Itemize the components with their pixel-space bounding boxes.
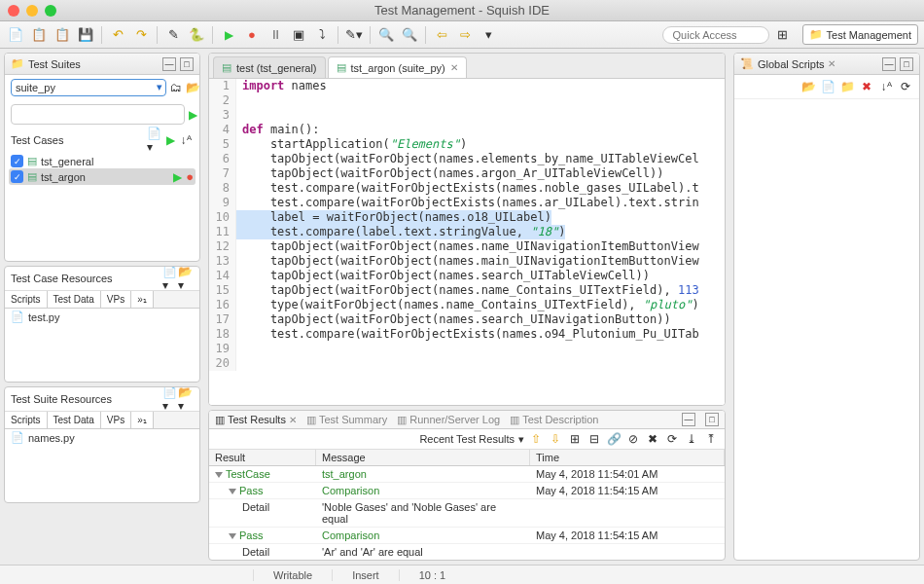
results-body: TestCase tst_argon May 4, 2018 11:54:01 … <box>209 466 725 560</box>
results-tab[interactable]: ▥Runner/Server Log <box>397 414 500 426</box>
suite-resource-file-label: names.py <box>28 432 75 444</box>
ref-icon[interactable]: ⟳ <box>664 431 680 447</box>
undo-icon[interactable]: ↶ <box>108 25 127 45</box>
results-tab[interactable]: ▥Test Results ✕ <box>215 414 297 426</box>
more-tabs-icon[interactable]: »₁ <box>131 291 154 308</box>
new-resource-icon[interactable]: 📄▾ <box>162 271 178 286</box>
minimize-results-icon[interactable]: — <box>682 413 695 426</box>
file-icon: ▤ <box>222 61 231 74</box>
folder-icon: 📁 <box>809 28 823 41</box>
expand-icon[interactable]: ⊞ <box>567 431 583 447</box>
new-case-icon[interactable]: 📄▾ <box>147 132 162 148</box>
script-icon: ▤ <box>27 155 37 167</box>
code-editor[interactable]: 1import names234def main():5 startApplic… <box>209 79 725 405</box>
filter-icon[interactable]: ⊘ <box>625 431 641 447</box>
nav-dropdown-icon[interactable]: ▾ <box>479 25 498 45</box>
redo-icon[interactable]: ↷ <box>131 25 151 45</box>
launch-icon[interactable]: ▣ <box>289 25 308 45</box>
minimize-view-icon[interactable]: — <box>882 57 896 71</box>
test-case-row[interactable]: ✓ ▤ tst_argon ▶ ● <box>9 168 195 185</box>
record-icon[interactable]: ● <box>186 169 194 184</box>
refresh-icon[interactable]: ⟳ <box>898 79 913 94</box>
nav-fwd-icon[interactable]: ⇨ <box>455 25 475 45</box>
highlight-icon[interactable]: ✎▾ <box>344 25 364 45</box>
paste-icon[interactable]: 📋 <box>53 25 72 45</box>
result-row[interactable]: Detail 'Ar' and 'Ar' are equal <box>209 544 725 560</box>
close-icon[interactable]: ✕ <box>450 62 458 73</box>
run-cases-icon[interactable]: ▶ <box>162 132 178 148</box>
suite-settings-icon[interactable]: 🗂 <box>170 80 182 95</box>
checkbox-icon[interactable]: ✓ <box>11 170 23 183</box>
resource-tab[interactable]: Scripts <box>5 291 48 308</box>
arrow-down-icon[interactable]: ⇩ <box>548 431 563 447</box>
close-icon[interactable]: ✕ <box>828 58 835 69</box>
result-row[interactable]: Pass Comparison May 4, 2018 11:54:15 AM <box>209 483 725 499</box>
resource-tab[interactable]: Scripts <box>5 412 48 428</box>
open-suite-resource-icon[interactable]: 📂▾ <box>178 391 194 407</box>
results-tab[interactable]: ▥Test Summary <box>306 414 387 426</box>
open-icon[interactable]: 📂 <box>800 79 816 94</box>
folder-icon[interactable]: 📁 <box>839 79 855 94</box>
quick-access-input[interactable] <box>662 26 769 44</box>
result-row[interactable]: Detail 'Noble Gases' and 'Noble Gases' a… <box>209 499 725 528</box>
save-icon[interactable]: 💾 <box>76 25 95 45</box>
run-icon[interactable]: ▶ <box>219 25 238 45</box>
zoom-out-icon[interactable]: 🔍 <box>376 25 396 45</box>
nav-back-icon[interactable]: ⇦ <box>432 25 451 45</box>
result-row[interactable]: Pass Comparison May 4, 2018 11:54:15 AM <box>209 528 725 544</box>
resource-tab[interactable]: Test Data <box>48 291 101 308</box>
global-scripts-body <box>734 99 919 560</box>
maximize-view-icon[interactable]: □ <box>900 57 913 71</box>
arrow-up-icon[interactable]: ⇧ <box>528 431 544 447</box>
open-perspective-icon[interactable]: ⊞ <box>773 25 793 45</box>
import-icon[interactable]: ⤒ <box>703 431 719 447</box>
col-time[interactable]: Time <box>530 450 725 465</box>
python-icon[interactable]: 🐍 <box>187 25 206 45</box>
zoom-in-icon[interactable]: 🔍 <box>400 25 419 45</box>
new-icon[interactable]: 📄 <box>6 25 25 45</box>
suite-resource-file-item[interactable]: 📄 names.py <box>5 429 199 446</box>
close-icon[interactable]: ✕ <box>289 415 297 425</box>
collapse-icon[interactable]: ⊟ <box>586 431 602 447</box>
new-icon[interactable]: 📄 <box>820 79 835 94</box>
suite-open-icon[interactable]: 📂 <box>186 80 200 95</box>
resource-tab[interactable]: VPs <box>101 412 131 428</box>
sort-icon[interactable]: ↓ᴬ <box>178 132 194 148</box>
open-resource-icon[interactable]: 📂▾ <box>178 271 194 286</box>
step-icon[interactable]: ⤵ <box>312 25 332 45</box>
editor-tab[interactable]: ▤ test (tst_general) <box>213 56 326 78</box>
run-icon[interactable]: ▶ <box>173 170 182 184</box>
link-icon[interactable]: 🔗 <box>606 431 622 447</box>
result-row[interactable]: TestCase tst_argon May 4, 2018 11:54:01 … <box>209 466 725 483</box>
wand-icon[interactable]: ✎ <box>163 25 183 45</box>
copy-icon[interactable]: 📋 <box>29 25 49 45</box>
results-tab[interactable]: ▥Test Description <box>510 414 598 426</box>
maximize-results-icon[interactable]: □ <box>705 413 719 426</box>
recent-results-label[interactable]: Recent Test Results <box>419 433 515 445</box>
resource-file-item[interactable]: 📄 test.py <box>5 309 199 325</box>
record-icon[interactable]: ● <box>242 25 262 45</box>
clear-icon[interactable]: ✖ <box>645 431 660 447</box>
col-message[interactable]: Message <box>316 450 530 465</box>
resource-tab[interactable]: VPs <box>101 291 131 308</box>
dropdown-icon[interactable]: ▾ <box>518 433 524 446</box>
checkbox-icon[interactable]: ✓ <box>11 155 23 167</box>
sort-icon[interactable]: ↓ᴬ <box>878 79 894 94</box>
filter-input[interactable] <box>11 104 185 125</box>
export-icon[interactable]: ⤓ <box>684 431 699 447</box>
resource-tab[interactable]: Test Data <box>48 412 101 428</box>
test-case-row[interactable]: ✓ ▤ tst_general <box>9 154 195 168</box>
perspective-button[interactable]: 📁 Test Management <box>802 24 918 45</box>
run-suite-icon[interactable]: ▶ <box>189 107 197 123</box>
col-result[interactable]: Result <box>209 450 316 465</box>
tab-icon: ▥ <box>215 414 225 426</box>
pause-icon[interactable]: ⏸ <box>266 25 285 45</box>
delete-icon[interactable]: ✖ <box>859 79 874 94</box>
minimize-view-icon[interactable]: — <box>162 57 176 71</box>
new-suite-resource-icon[interactable]: 📄▾ <box>162 391 178 407</box>
more-tabs-icon[interactable]: »₁ <box>131 412 154 428</box>
statusbar: Writable Insert 10 : 1 <box>0 565 924 584</box>
suite-select[interactable] <box>11 79 166 96</box>
maximize-view-icon[interactable]: □ <box>180 57 194 71</box>
editor-tab[interactable]: ▤ tst_argon (suite_py)✕ <box>328 56 467 78</box>
